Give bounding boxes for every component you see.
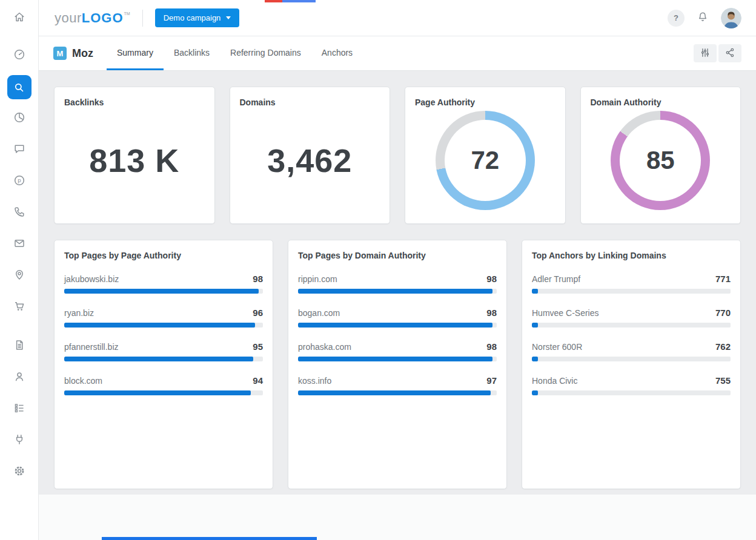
page-label: jakubowski.biz [64,274,119,284]
progress-bar [64,323,263,328]
sidebar-item-cart[interactable] [0,292,38,323]
card-title: Top Pages by Domain Authority [298,251,497,260]
page-value: 96 [253,308,263,318]
tab-summary[interactable]: Summary [107,36,164,70]
mail-icon [13,237,25,252]
page-value: 94 [253,375,263,386]
avatar[interactable] [721,8,741,28]
report-tabs: Summary Backlinks Referring Domains Anch… [107,36,363,70]
moz-logo-icon: M [53,47,67,60]
progress-bar [64,289,263,294]
sidebar-item-integrations[interactable] [0,425,38,456]
paid-circle-icon: p [13,174,25,189]
list-item: Norster 600R762 [532,341,731,361]
card-title: Backlinks [64,97,205,107]
page-label: block.com [64,376,102,386]
comments-icon [13,143,25,157]
progress-bar [298,357,497,361]
tab-anchors[interactable]: Anchors [311,36,363,70]
progress-bar [532,323,731,328]
tab-referring-domains[interactable]: Referring Domains [220,36,311,70]
share-button[interactable] [718,44,741,62]
moz-brand: M Moz [53,36,93,70]
page-label: prohaska.com [298,342,351,352]
sidebar-item-user[interactable] [0,362,38,393]
anchor-label: Honda Civic [532,376,577,386]
stat-card-page-authority: Page Authority 72 [405,87,566,224]
sidebar-item-phone[interactable] [0,197,38,229]
sidebar-item-home[interactable] [0,0,38,36]
list-item: rippin.com98 [298,274,497,294]
filter-button[interactable] [694,44,717,62]
svg-text:p: p [18,177,21,183]
list-item: Adler Trumpf771 [532,274,731,294]
page-value: 97 [486,375,497,386]
logo-prefix: your [55,10,82,26]
stat-card-backlinks: Backlinks 813 K [54,87,215,224]
tab-backlinks[interactable]: Backlinks [164,36,220,70]
page-value: 95 [253,341,263,352]
anchor-value: 755 [715,375,731,386]
campaign-selector-button[interactable]: Demo campaign [155,8,240,27]
page-value: 98 [253,274,263,284]
share-icon [724,47,735,60]
list-item: block.com94 [64,375,263,395]
notifications-button[interactable] [697,11,709,25]
anchor-label: Humvee C-Series [532,308,598,318]
list-cards-row: Top Pages by Page Authority jakubowski.b… [54,240,741,489]
document-icon [13,339,25,354]
page-label: ryan.biz [64,308,94,318]
top-pages-by-page-authority-card: Top Pages by Page Authority jakubowski.b… [54,240,273,489]
page-value: 98 [486,341,497,352]
sidebar-item-documents[interactable] [0,331,38,362]
location-pin-icon [13,269,25,283]
anchor-value: 762 [715,341,731,352]
topbar: yourLOGOTM Demo campaign ? [39,0,756,36]
page-label: pfannerstill.biz [64,342,119,352]
sidebar-item-pie-chart[interactable] [0,103,38,134]
progress-bar [298,323,497,328]
divider [142,10,143,27]
card-title: Top Anchors by Linking Domains [532,251,731,260]
plug-icon [13,433,25,448]
page-value: 98 [486,274,497,284]
progress-bar [298,289,497,294]
report-actions [694,36,741,70]
list-item: pfannerstill.biz95 [64,341,263,361]
anchor-value: 770 [715,308,731,318]
sidebar-item-checklist[interactable] [0,393,38,425]
progress-bar [532,390,731,395]
sidebar-item-dashboard[interactable] [0,40,38,71]
list-item: prohaska.com98 [298,341,497,361]
top-pages-by-domain-authority-card: Top Pages by Domain Authority rippin.com… [288,240,507,489]
domain-authority-donut-chart: 85 [611,111,710,210]
progress-bar [64,390,263,395]
list-item: ryan.biz96 [64,308,263,328]
sidebar: p [0,0,39,540]
cart-icon [13,300,25,315]
sidebar-item-mail[interactable] [0,229,38,260]
help-button[interactable]: ? [668,10,685,27]
stat-card-domains: Domains 3,462 [230,87,391,224]
card-title: Page Authority [415,97,555,107]
page-authority-donut-chart: 72 [436,111,535,210]
sidebar-item-comments[interactable] [0,134,38,166]
app-logo: yourLOGOTM [55,10,130,26]
search-icon [7,75,31,99]
sidebar-item-search[interactable] [0,71,38,103]
campaign-selector-label: Demo campaign [164,13,221,22]
domain-authority-value: 85 [646,146,675,175]
bell-icon [697,11,709,25]
main-content: Backlinks 813 K Domains 3,462 Page Autho… [39,71,756,540]
sidebar-item-location[interactable] [0,260,38,292]
sidebar-item-settings[interactable] [0,456,38,488]
logo-trademark: TM [124,12,130,16]
list-item: Honda Civic755 [532,375,731,395]
pie-chart-icon [13,111,25,126]
progress-bar [64,357,263,361]
list-item: Humvee C-Series770 [532,308,731,328]
logo-main: LOGO [82,10,124,26]
sidebar-item-paid[interactable]: p [0,166,38,197]
card-title: Top Pages by Page Authority [64,251,263,260]
top-anchors-by-linking-domains-card: Top Anchors by Linking Domains Adler Tru… [522,240,741,489]
